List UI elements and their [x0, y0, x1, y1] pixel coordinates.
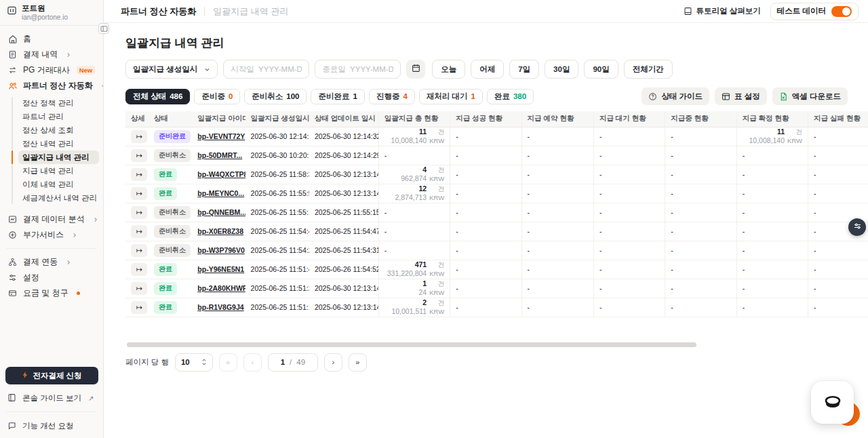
feedback-link[interactable]: 기능 개선 요청 — [0, 418, 103, 434]
updated-at: 2025-06-26 11:54:52 — [315, 265, 378, 273]
total-pages: 49 — [296, 358, 305, 366]
stat-failed: - — [814, 170, 816, 178]
row-detail-button[interactable]: ↦ — [131, 263, 147, 276]
integration-icon — [7, 257, 18, 267]
stat-confirmed: - — [743, 189, 745, 197]
sidebar-item-0[interactable]: 홈 — [3, 31, 100, 47]
status-guide-button[interactable]: 상태 가이드 — [642, 87, 709, 105]
sidebar-item-2[interactable]: PG 거래대사New — [3, 62, 100, 78]
row-detail-button[interactable]: ↦ — [131, 187, 147, 200]
bulk-payout-id-link[interactable]: bp-MEYNC0... — [197, 189, 244, 197]
quick-range-button-3[interactable]: 30일 — [545, 60, 578, 79]
bulk-payout-id-link[interactable]: bp-VEVNT72Y — [197, 132, 245, 140]
sidebar-item-0[interactable]: 결제 데이터 분석 — [3, 212, 100, 227]
tutorial-link[interactable]: 튜토리얼 살펴보기 — [684, 6, 761, 16]
sidebar-item-1[interactable]: 설정 — [3, 270, 100, 285]
bulk-payout-id-link[interactable]: bp-W3P796V0 — [197, 246, 244, 254]
stat-paying: - — [671, 132, 673, 140]
sidebar-item-label: 파트너 정산 자동화 — [23, 80, 93, 92]
breadcrumb-parent[interactable]: 파트너 정산 자동화 — [121, 5, 196, 18]
row-detail-button[interactable]: ↦ — [131, 225, 147, 238]
end-date-input[interactable] — [315, 60, 401, 79]
bulk-payout-id-link[interactable]: bp-2A80KHWR — [197, 284, 245, 292]
status-tab-4[interactable]: 진행중4 — [369, 89, 415, 104]
horizontal-scrollbar — [125, 342, 846, 347]
created-at: 2025-06-25 11:54:28 — [251, 246, 309, 254]
sidebar-item-1[interactable]: 결제 내역 — [3, 47, 100, 62]
bulk-payout-id-link[interactable]: bp-W4QXCTP8 — [197, 170, 245, 178]
status-tab-3[interactable]: 준비완료1 — [311, 89, 364, 104]
epay-apply-button[interactable]: 전자결제 신청 — [5, 367, 98, 384]
row-detail-button[interactable]: ↦ — [131, 206, 147, 219]
row-detail-button[interactable]: ↦ — [131, 130, 147, 143]
last-page-button[interactable]: » — [349, 353, 367, 372]
status-tab-5[interactable]: 재처리 대기1 — [419, 89, 483, 104]
stat-success: - — [456, 265, 458, 273]
excel-download-button[interactable]: 엑셀 다운로드 — [772, 87, 848, 105]
toggle-switch-on[interactable] — [831, 6, 852, 17]
column-header-11: 지급 실패 현황 — [808, 111, 868, 127]
sidebar-subitem-6[interactable]: 이체 내역 관리 — [18, 178, 99, 191]
updated-at: 2025-06-30 12:14:32 — [315, 132, 378, 140]
row-detail-button[interactable]: ↦ — [131, 168, 147, 181]
calendar-button[interactable] — [406, 60, 425, 79]
sidebar-subitem-7[interactable]: 세금계산서 내역 관리 — [18, 191, 99, 205]
sidebar-item-0[interactable]: 결제 연동 — [3, 254, 100, 270]
status-tab-6[interactable]: 완료380 — [487, 89, 534, 104]
stat-pending: - — [599, 170, 602, 178]
table-settings-button[interactable]: 표 설정 — [715, 87, 767, 105]
row-detail-button[interactable]: ↦ — [131, 244, 147, 257]
start-date-input[interactable] — [223, 60, 309, 79]
first-page-button[interactable]: « — [219, 353, 237, 372]
sidebar-subitem-1[interactable]: 파트너 관리 — [18, 110, 99, 123]
sidebar-subitem-0[interactable]: 정산 정책 관리 — [18, 96, 99, 110]
quick-range-button-4[interactable]: 90일 — [584, 60, 618, 79]
floating-filter-button[interactable] — [848, 218, 866, 236]
org-switcher[interactable]: 포트원 ian@portone.io — [0, 0, 103, 26]
bulk-payout-id-link[interactable]: bp-R1V8G9J4 — [197, 303, 243, 311]
settings-icon — [7, 273, 18, 283]
prev-page-button[interactable]: ‹ — [243, 353, 262, 372]
sidebar-item-2[interactable]: 요금 및 청구 — [3, 285, 100, 301]
sidebar-subitem-4[interactable]: 일괄지급 내역 관리 — [18, 151, 99, 164]
bulk-payout-id-link[interactable]: bp-50DMRT... — [197, 151, 242, 159]
table-actions: 상태 가이드 표 설정 엑셀 다운로드 — [642, 87, 848, 105]
sidebar-item-3[interactable]: 파트너 정산 자동화 — [3, 78, 100, 94]
breadcrumb-separator — [204, 7, 205, 16]
created-at: 2025-06-25 11:58:39 — [251, 170, 309, 178]
row-detail-button[interactable]: ↦ — [131, 282, 147, 295]
sidebar-subitem-2[interactable]: 정산 상세 조회 — [18, 123, 99, 137]
excel-file-icon — [779, 92, 788, 101]
bulk-payout-id-link[interactable]: bp-X0ER8Z38 — [197, 227, 243, 235]
stat-confirmed: - — [743, 246, 745, 254]
console-guide-link[interactable]: 콘솔 가이드 보기 ↗ — [0, 390, 103, 406]
chevron-down-icon — [101, 83, 104, 89]
quick-range-button-0[interactable]: 오늘 — [432, 60, 465, 79]
created-at: 2025-06-30 10:20:33 — [251, 151, 309, 159]
sidebar-collapse-button[interactable] — [98, 23, 109, 34]
row-detail-button[interactable]: ↦ — [131, 301, 147, 314]
test-data-toggle[interactable]: 테스트 데이터 — [770, 3, 859, 20]
bulk-payout-id-link[interactable]: bp-QNNEBM... — [197, 208, 245, 216]
sidebar-subitem-3[interactable]: 정산 내역 관리 — [18, 137, 99, 151]
status-tab-1[interactable]: 준비중0 — [194, 89, 240, 104]
quick-range-button-1[interactable]: 어제 — [471, 60, 504, 79]
quick-range-button-2[interactable]: 7일 — [509, 60, 539, 79]
sidebar-subitem-5[interactable]: 지급 내역 관리 — [18, 164, 99, 178]
currency-unit: KRW — [427, 308, 444, 317]
chat-launcher[interactable] — [811, 381, 854, 424]
status-tab-2[interactable]: 준비취소100 — [244, 89, 307, 104]
scrollbar-thumb[interactable] — [127, 342, 696, 347]
stat-paying: - — [671, 170, 673, 178]
status-tab-0[interactable]: 전체 상태486 — [125, 89, 190, 104]
next-page-button[interactable]: › — [324, 353, 342, 372]
per-page-select[interactable]: 10 — [175, 353, 213, 372]
sidebar-divider — [7, 412, 96, 412]
sidebar-item-1[interactable]: 부가서비스 — [3, 227, 100, 243]
row-detail-button[interactable]: ↦ — [131, 149, 147, 162]
tutorial-book-icon — [684, 7, 692, 16]
status-tab-label: 준비취소 — [252, 92, 283, 102]
quick-range-button-5[interactable]: 전체기간 — [624, 60, 673, 79]
date-type-select[interactable]: 일괄지급 생성일시 — [125, 60, 218, 79]
bulk-payout-id-link[interactable]: bp-Y96NE5N1 — [197, 265, 244, 273]
